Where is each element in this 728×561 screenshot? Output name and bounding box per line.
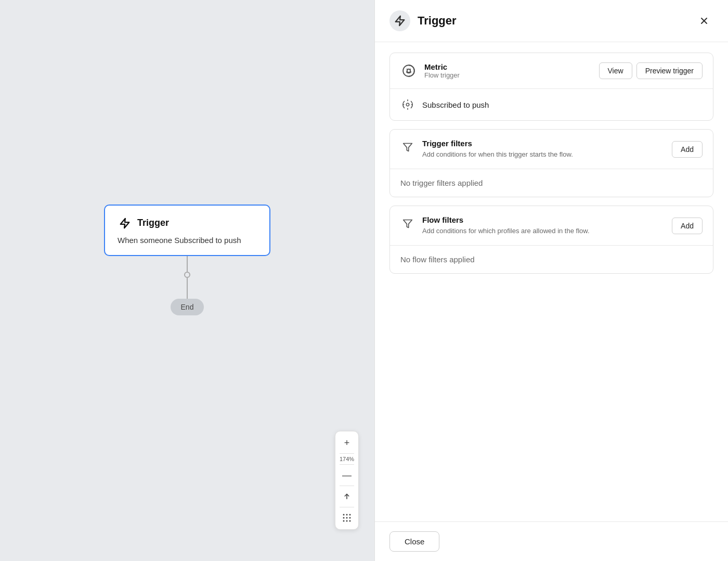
zoom-divider-2 [340, 464, 354, 465]
svg-point-7 [349, 517, 351, 519]
end-node[interactable]: End [171, 299, 204, 315]
panel-header-left: Trigger [389, 10, 457, 31]
svg-point-2 [343, 514, 345, 516]
svg-point-18 [406, 103, 409, 106]
right-panel: Trigger [374, 0, 728, 561]
trigger-filters-empty: No trigger filters applied [390, 169, 713, 197]
svg-marker-20 [404, 220, 412, 228]
grid-view-button[interactable] [337, 508, 356, 527]
trigger-filters-add-button[interactable]: Add [672, 141, 703, 158]
svg-point-5 [343, 517, 345, 519]
zoom-level-label: 174% [340, 455, 354, 463]
zoom-in-button[interactable]: + [337, 434, 356, 452]
flow-filters-header: Flow filters Add conditions for which pr… [390, 206, 713, 246]
flow-filters-info: Flow filters Add conditions for which pr… [422, 215, 665, 236]
panel-title: Trigger [418, 14, 457, 28]
svg-point-3 [346, 514, 348, 516]
metric-actions: View Preview trigger [599, 62, 703, 79]
panel-header-icon [389, 10, 410, 31]
trigger-filters-title: Trigger filters [422, 139, 665, 148]
trigger-filters-info: Trigger filters Add conditions for when … [422, 139, 665, 159]
trigger-node-title: Trigger [137, 218, 169, 228]
svg-marker-19 [404, 144, 412, 151]
metric-label: Metric [424, 62, 592, 71]
zoom-out-button[interactable]: — [337, 466, 356, 484]
flow-filters-title: Flow filters [422, 215, 665, 224]
panel-footer: Close [375, 521, 728, 561]
svg-marker-0 [121, 218, 129, 227]
zoom-divider [340, 453, 354, 454]
metric-icon [400, 62, 417, 79]
svg-point-17 [407, 69, 411, 73]
subscribed-text: Subscribed to push [422, 100, 489, 109]
trigger-filters-desc: Add conditions for when this trigger sta… [422, 150, 665, 159]
svg-marker-11 [396, 16, 405, 26]
zoom-divider-4 [340, 507, 354, 507]
view-button[interactable]: View [599, 62, 632, 79]
trigger-node-icon [118, 216, 132, 231]
svg-point-6 [346, 517, 348, 519]
panel-content: Metric Flow trigger View Preview trigger… [375, 42, 728, 521]
connector [184, 256, 190, 299]
trigger-filters-section: Trigger filters Add conditions for when … [389, 129, 713, 197]
flow-filters-empty: No flow filters applied [390, 246, 713, 273]
metric-row: Metric Flow trigger View Preview trigger [390, 53, 713, 89]
metric-section: Metric Flow trigger View Preview trigger… [389, 53, 713, 121]
metric-sublabel: Flow trigger [424, 71, 592, 79]
trigger-filters-header: Trigger filters Add conditions for when … [390, 130, 713, 169]
flow-filter-icon [400, 216, 415, 231]
close-footer-button[interactable]: Close [389, 531, 439, 552]
trigger-node-header: Trigger [118, 216, 257, 231]
zoom-divider-3 [340, 486, 354, 486]
settings-icon [400, 97, 415, 112]
svg-point-4 [349, 514, 351, 516]
flow-filters-add-button[interactable]: Add [672, 218, 703, 234]
close-panel-button[interactable] [695, 14, 713, 28]
metric-info: Metric Flow trigger [424, 62, 592, 79]
flow-container: Trigger When someone Subscribed to push … [104, 205, 270, 315]
trigger-node-desc: When someone Subscribed to push [118, 236, 257, 245]
panel-header: Trigger [375, 0, 728, 42]
flow-filters-desc: Add conditions for which profiles are al… [422, 226, 665, 236]
trigger-filter-icon [400, 140, 415, 155]
flow-filters-section: Flow filters Add conditions for which pr… [389, 206, 713, 274]
svg-point-8 [343, 520, 345, 522]
preview-trigger-button[interactable]: Preview trigger [636, 62, 703, 79]
svg-point-9 [346, 520, 348, 522]
fit-view-button[interactable] [337, 487, 356, 506]
canvas-area: Trigger When someone Subscribed to push … [0, 0, 374, 561]
trigger-node[interactable]: Trigger When someone Subscribed to push [104, 205, 270, 256]
subscribed-row: Subscribed to push [390, 89, 713, 120]
svg-point-10 [349, 520, 351, 522]
zoom-controls: + 174% — [335, 431, 359, 530]
